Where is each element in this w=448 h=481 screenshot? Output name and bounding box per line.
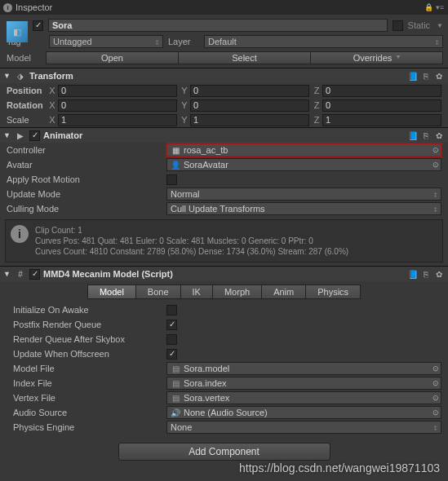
vertex-file-field[interactable]: ▤Sora.vertex⊙ (166, 391, 441, 404)
mmd-enabled-checkbox[interactable] (29, 269, 40, 280)
info-icon: i (3, 3, 12, 12)
animator-enabled-checkbox[interactable] (29, 130, 40, 141)
tab-bone[interactable]: Bone (136, 285, 181, 299)
object-picker-icon[interactable]: ⊙ (432, 146, 439, 154)
audio-source-label: Audio Source (7, 408, 166, 417)
scale-z-input[interactable] (322, 114, 441, 126)
render-skybox-label: Render Queue After Skybox (7, 334, 166, 344)
init-awake-label: Initialize On Awake (7, 305, 166, 315)
lock-icon[interactable]: 🔒 (424, 2, 433, 12)
tag-dropdown[interactable]: Untagged‡ (49, 35, 163, 48)
model-file-field[interactable]: ▤Sora.model⊙ (166, 362, 441, 375)
animator-info-box: i Clip Count: 1 Curves Pos: 481 Quat: 48… (5, 219, 443, 263)
file-icon: ▤ (171, 364, 180, 373)
init-awake-checkbox[interactable] (166, 305, 177, 316)
gameobject-active-checkbox[interactable] (33, 20, 43, 31)
tab-physics[interactable]: Physics (306, 285, 361, 299)
docs-icon[interactable]: 📘 (407, 268, 419, 280)
update-offscreen-checkbox[interactable] (166, 349, 177, 360)
animator-header[interactable]: ▼ ▶ Animator 📘 ⎘ ✿ (0, 128, 448, 143)
rotation-y-input[interactable] (190, 99, 309, 112)
object-picker-icon[interactable]: ⊙ (432, 408, 439, 417)
gameobject-name-input[interactable] (48, 19, 388, 32)
controller-label: Controller (7, 145, 166, 155)
position-x-input[interactable] (58, 85, 177, 97)
object-picker-icon[interactable]: ⊙ (432, 161, 439, 169)
static-checkbox[interactable] (393, 20, 403, 31)
docs-icon[interactable]: 📘 (407, 70, 419, 82)
vertex-file-label: Vertex File (7, 393, 166, 403)
transform-icon: ⬗ (15, 70, 26, 82)
transform-header[interactable]: ▼ ⬗ Transform 📘 ⎘ ✿ (0, 68, 448, 83)
model-file-label: Model File (7, 364, 166, 373)
file-icon: ▤ (171, 393, 180, 403)
static-dropdown-arrow[interactable]: ▼ (437, 22, 443, 29)
scale-label: Scale (7, 115, 47, 125)
render-skybox-checkbox[interactable] (166, 334, 177, 345)
position-y-input[interactable] (190, 85, 309, 97)
audio-icon: 🔊 (171, 408, 180, 417)
add-component-button[interactable]: Add Component (118, 443, 330, 461)
script-icon: # (15, 268, 26, 280)
tab-anim[interactable]: Anim (262, 285, 306, 299)
postfix-render-label: Postfix Render Queue (7, 320, 166, 329)
index-file-field[interactable]: ▤Sora.index⊙ (166, 377, 441, 390)
mmd-header[interactable]: ▼ # MMD4 Mecanim Model (Script) 📘 ⎘ ✿ (0, 267, 448, 281)
controller-field[interactable]: ▦ rosa_ac_tb ⊙ (166, 143, 441, 157)
gear-icon[interactable]: ✿ (433, 70, 445, 82)
physics-engine-dropdown[interactable]: None‡ (166, 421, 441, 434)
preset-icon[interactable]: ⎘ (420, 268, 432, 280)
object-picker-icon[interactable]: ⊙ (432, 394, 439, 402)
culling-mode-dropdown[interactable]: Cull Update Transforms‡ (166, 202, 441, 215)
controller-asset-icon: ▦ (171, 145, 180, 155)
index-file-label: Index File (7, 378, 166, 388)
inspector-title: Inspector (16, 2, 52, 12)
postfix-render-checkbox[interactable] (166, 320, 177, 330)
gear-icon[interactable]: ✿ (433, 130, 445, 141)
animator-icon: ▶ (15, 130, 26, 141)
inspector-titlebar: i Inspector 🔒 ▾≡ (0, 0, 448, 15)
rotation-z-input[interactable] (322, 99, 441, 112)
foldout-icon[interactable]: ▼ (3, 72, 11, 80)
culling-mode-label: Culling Mode (7, 204, 166, 214)
position-z-input[interactable] (322, 85, 441, 97)
object-picker-icon[interactable]: ⊙ (432, 379, 439, 387)
avatar-asset-icon: 👤 (171, 160, 180, 170)
gear-icon[interactable]: ✿ (433, 268, 445, 280)
preset-icon[interactable]: ⎘ (420, 70, 432, 82)
file-icon: ▤ (171, 378, 180, 388)
update-offscreen-label: Update When Offscreen (7, 349, 166, 359)
preset-icon[interactable]: ⎘ (420, 130, 432, 141)
docs-icon[interactable]: 📘 (407, 130, 419, 141)
model-overrides-button[interactable]: Overrides▾ (311, 51, 443, 64)
object-picker-icon[interactable]: ⊙ (432, 364, 439, 373)
static-label: Static (408, 20, 431, 30)
position-label: Position (7, 86, 47, 95)
tab-model[interactable]: Model (87, 285, 136, 299)
foldout-icon[interactable]: ▼ (3, 131, 11, 139)
update-mode-dropdown[interactable]: Normal‡ (166, 188, 441, 201)
model-label: Model (7, 53, 46, 63)
layer-label: Layer (168, 37, 199, 46)
model-open-button[interactable]: Open (46, 51, 179, 64)
scale-x-input[interactable] (58, 114, 177, 126)
model-select-button[interactable]: Select (179, 51, 311, 64)
tab-ik[interactable]: IK (181, 285, 213, 299)
info-icon: i (11, 225, 29, 243)
physics-engine-label: Physics Engine (7, 422, 166, 432)
foldout-icon[interactable]: ▼ (3, 270, 11, 278)
rotation-x-input[interactable] (58, 99, 177, 112)
apply-root-motion-label: Apply Root Motion (7, 174, 166, 184)
avatar-field[interactable]: 👤 SoraAvatar ⊙ (166, 158, 441, 171)
context-menu-icon[interactable]: ▾≡ (435, 2, 445, 12)
update-mode-label: Update Mode (7, 189, 166, 199)
avatar-label: Avatar (7, 160, 166, 170)
tab-morph[interactable]: Morph (213, 285, 262, 299)
rotation-label: Rotation (7, 100, 47, 110)
apply-root-motion-checkbox[interactable] (166, 174, 177, 185)
scale-y-input[interactable] (190, 114, 309, 126)
gameobject-icon[interactable]: ◧ (3, 18, 31, 46)
layer-dropdown[interactable]: Default‡ (204, 35, 443, 48)
audio-source-field[interactable]: 🔊None (Audio Source)⊙ (166, 406, 441, 419)
